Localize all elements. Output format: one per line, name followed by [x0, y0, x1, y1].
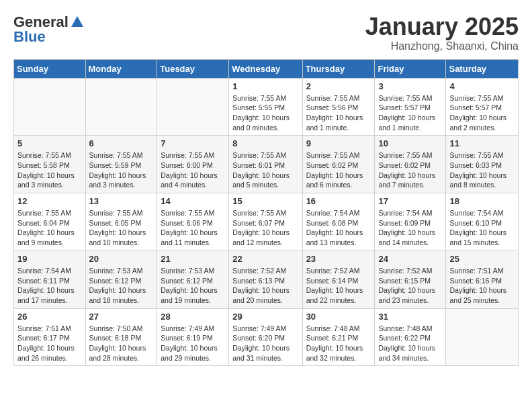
day-cell [14, 78, 86, 136]
day-info: Sunrise: 7:51 AM Sunset: 6:16 PM Dayligh… [449, 266, 515, 306]
day-number: 14 [161, 196, 225, 206]
day-number: 22 [232, 254, 298, 264]
day-info: Sunrise: 7:55 AM Sunset: 6:01 PM Dayligh… [232, 150, 298, 190]
day-header-tuesday: Tuesday [157, 59, 229, 78]
day-header-thursday: Thursday [302, 59, 375, 78]
day-header-saturday: Saturday [446, 59, 519, 78]
day-cell: 5Sunrise: 7:55 AM Sunset: 5:58 PM Daylig… [14, 136, 86, 193]
day-info: Sunrise: 7:49 AM Sunset: 6:20 PM Dayligh… [232, 324, 298, 363]
day-info: Sunrise: 7:55 AM Sunset: 6:05 PM Dayligh… [89, 208, 154, 248]
day-cell: 7Sunrise: 7:55 AM Sunset: 6:00 PM Daylig… [157, 136, 229, 193]
calendar-title: January 2025 [365, 13, 519, 40]
day-number: 18 [449, 196, 515, 206]
day-cell: 13Sunrise: 7:55 AM Sunset: 6:05 PM Dayli… [85, 193, 157, 251]
day-number: 1 [232, 81, 298, 91]
day-cell: 29Sunrise: 7:49 AM Sunset: 6:20 PM Dayli… [229, 308, 302, 366]
day-number: 10 [378, 138, 442, 148]
day-cell: 2Sunrise: 7:55 AM Sunset: 5:56 PM Daylig… [302, 78, 375, 136]
day-info: Sunrise: 7:51 AM Sunset: 6:17 PM Dayligh… [17, 324, 82, 363]
day-cell: 15Sunrise: 7:55 AM Sunset: 6:07 PM Dayli… [229, 193, 302, 251]
day-info: Sunrise: 7:52 AM Sunset: 6:14 PM Dayligh… [306, 266, 371, 306]
week-row-5: 26Sunrise: 7:51 AM Sunset: 6:17 PM Dayli… [14, 308, 519, 366]
day-number: 6 [89, 138, 154, 148]
day-number: 21 [161, 254, 225, 264]
day-info: Sunrise: 7:55 AM Sunset: 6:07 PM Dayligh… [232, 208, 298, 248]
week-row-2: 5Sunrise: 7:55 AM Sunset: 5:58 PM Daylig… [14, 136, 519, 193]
day-number: 20 [89, 254, 154, 264]
day-cell [85, 78, 157, 136]
day-cell [157, 78, 229, 136]
week-row-4: 19Sunrise: 7:54 AM Sunset: 6:11 PM Dayli… [14, 250, 519, 308]
day-header-wednesday: Wednesday [229, 59, 302, 78]
day-cell: 8Sunrise: 7:55 AM Sunset: 6:01 PM Daylig… [229, 136, 302, 193]
day-cell: 17Sunrise: 7:54 AM Sunset: 6:09 PM Dayli… [375, 193, 446, 251]
svg-marker-0 [71, 16, 83, 27]
day-number: 11 [449, 138, 515, 148]
day-cell: 1Sunrise: 7:55 AM Sunset: 5:55 PM Daylig… [229, 78, 302, 136]
day-cell: 31Sunrise: 7:48 AM Sunset: 6:22 PM Dayli… [375, 308, 446, 366]
day-cell: 6Sunrise: 7:55 AM Sunset: 5:59 PM Daylig… [85, 136, 157, 193]
day-cell: 3Sunrise: 7:55 AM Sunset: 5:57 PM Daylig… [375, 78, 446, 136]
day-number: 29 [232, 312, 298, 322]
day-cell: 23Sunrise: 7:52 AM Sunset: 6:14 PM Dayli… [302, 250, 375, 308]
day-cell: 11Sunrise: 7:55 AM Sunset: 6:03 PM Dayli… [446, 136, 519, 193]
day-info: Sunrise: 7:49 AM Sunset: 6:19 PM Dayligh… [161, 324, 225, 363]
day-info: Sunrise: 7:52 AM Sunset: 6:13 PM Dayligh… [232, 266, 298, 306]
day-cell: 27Sunrise: 7:50 AM Sunset: 6:18 PM Dayli… [85, 308, 157, 366]
day-cell: 18Sunrise: 7:54 AM Sunset: 6:10 PM Dayli… [446, 193, 519, 251]
day-number: 16 [306, 196, 371, 206]
day-number: 26 [17, 312, 82, 322]
day-cell: 19Sunrise: 7:54 AM Sunset: 6:11 PM Dayli… [14, 250, 86, 308]
day-info: Sunrise: 7:53 AM Sunset: 6:12 PM Dayligh… [89, 266, 154, 306]
day-cell: 10Sunrise: 7:55 AM Sunset: 6:02 PM Dayli… [375, 136, 446, 193]
day-info: Sunrise: 7:53 AM Sunset: 6:12 PM Dayligh… [161, 266, 225, 306]
day-number: 8 [232, 138, 298, 148]
week-row-3: 12Sunrise: 7:55 AM Sunset: 6:04 PM Dayli… [14, 193, 519, 251]
day-info: Sunrise: 7:48 AM Sunset: 6:22 PM Dayligh… [378, 324, 442, 363]
day-cell: 25Sunrise: 7:51 AM Sunset: 6:16 PM Dayli… [446, 250, 519, 308]
day-number: 5 [17, 138, 82, 148]
day-number: 31 [378, 312, 442, 322]
day-cell: 21Sunrise: 7:53 AM Sunset: 6:12 PM Dayli… [157, 250, 229, 308]
day-cell: 26Sunrise: 7:51 AM Sunset: 6:17 PM Dayli… [14, 308, 86, 366]
day-cell: 14Sunrise: 7:55 AM Sunset: 6:06 PM Dayli… [157, 193, 229, 251]
day-cell: 4Sunrise: 7:55 AM Sunset: 5:57 PM Daylig… [446, 78, 519, 136]
day-cell: 22Sunrise: 7:52 AM Sunset: 6:13 PM Dayli… [229, 250, 302, 308]
logo: General Blue [13, 13, 85, 46]
day-info: Sunrise: 7:55 AM Sunset: 5:55 PM Dayligh… [232, 93, 298, 133]
day-info: Sunrise: 7:54 AM Sunset: 6:10 PM Dayligh… [449, 208, 515, 248]
day-number: 30 [306, 312, 371, 322]
day-cell: 24Sunrise: 7:52 AM Sunset: 6:15 PM Dayli… [375, 250, 446, 308]
header: General Blue January 2025 Hanzhong, Shaa… [13, 13, 519, 52]
day-info: Sunrise: 7:55 AM Sunset: 6:02 PM Dayligh… [378, 150, 442, 190]
day-cell: 20Sunrise: 7:53 AM Sunset: 6:12 PM Dayli… [85, 250, 157, 308]
day-number: 17 [378, 196, 442, 206]
day-info: Sunrise: 7:50 AM Sunset: 6:18 PM Dayligh… [89, 324, 154, 363]
day-info: Sunrise: 7:55 AM Sunset: 5:57 PM Dayligh… [449, 93, 515, 133]
days-header-row: SundayMondayTuesdayWednesdayThursdayFrid… [14, 59, 519, 78]
day-header-friday: Friday [375, 59, 446, 78]
day-info: Sunrise: 7:55 AM Sunset: 6:03 PM Dayligh… [449, 150, 515, 190]
day-info: Sunrise: 7:55 AM Sunset: 5:58 PM Dayligh… [17, 150, 82, 190]
day-info: Sunrise: 7:54 AM Sunset: 6:08 PM Dayligh… [306, 208, 371, 248]
day-number: 9 [306, 138, 371, 148]
day-cell: 28Sunrise: 7:49 AM Sunset: 6:19 PM Dayli… [157, 308, 229, 366]
day-cell [446, 308, 519, 366]
day-number: 13 [89, 196, 154, 206]
logo-blue-text: Blue [13, 28, 46, 46]
day-info: Sunrise: 7:55 AM Sunset: 5:59 PM Dayligh… [89, 150, 154, 190]
day-cell: 12Sunrise: 7:55 AM Sunset: 6:04 PM Dayli… [14, 193, 86, 251]
logo-icon [70, 15, 85, 30]
day-number: 12 [17, 196, 82, 206]
day-number: 7 [161, 138, 225, 148]
day-cell: 9Sunrise: 7:55 AM Sunset: 6:02 PM Daylig… [302, 136, 375, 193]
day-info: Sunrise: 7:48 AM Sunset: 6:21 PM Dayligh… [306, 324, 371, 363]
title-area: January 2025 Hanzhong, Shaanxi, China [365, 13, 519, 52]
day-info: Sunrise: 7:54 AM Sunset: 6:09 PM Dayligh… [378, 208, 442, 248]
day-info: Sunrise: 7:52 AM Sunset: 6:15 PM Dayligh… [378, 266, 442, 306]
day-number: 23 [306, 254, 371, 264]
day-number: 27 [89, 312, 154, 322]
day-info: Sunrise: 7:55 AM Sunset: 5:57 PM Dayligh… [378, 93, 442, 133]
day-number: 25 [449, 254, 515, 264]
day-number: 15 [232, 196, 298, 206]
